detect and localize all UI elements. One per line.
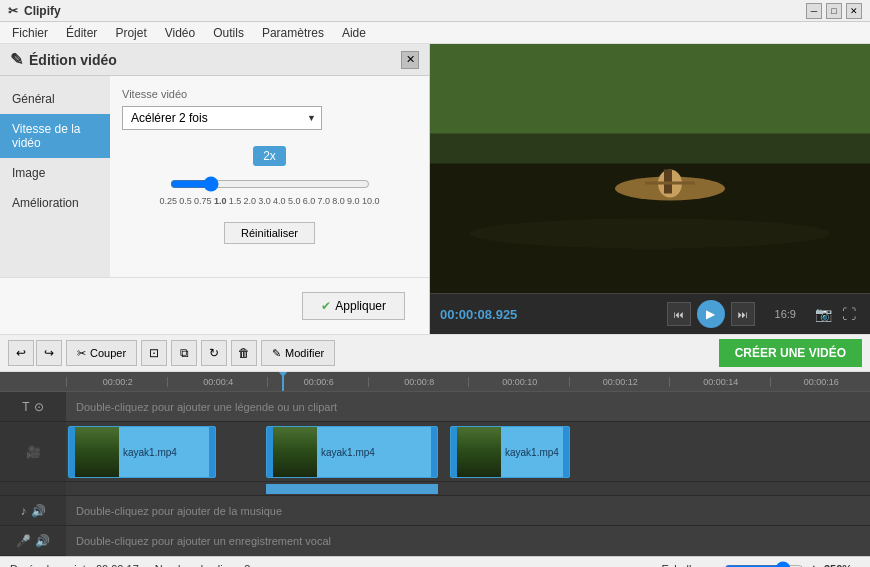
create-video-button[interactable]: CRÉER UNE VIDÉO: [719, 339, 862, 367]
ruler-mark-6: 00:00:14: [669, 377, 770, 387]
cut-label: Couper: [90, 347, 126, 359]
modify-label: Modifier: [285, 347, 324, 359]
mic-volume-icon[interactable]: 🔊: [35, 534, 50, 548]
play-button[interactable]: ▶: [697, 300, 725, 328]
reset-button[interactable]: Réinitialiser: [224, 222, 315, 244]
clip-icon[interactable]: ⊙: [34, 400, 44, 414]
minimize-button[interactable]: ─: [806, 3, 822, 19]
video-preview: [430, 44, 870, 293]
volume-icon[interactable]: 🔊: [31, 504, 46, 518]
speed-select-wrapper: Acélérer 2 fois Acélérer 4 fois Ralentir…: [122, 106, 322, 130]
redo-button[interactable]: ↪: [36, 340, 62, 366]
svg-point-3: [470, 219, 830, 249]
mic-track-row[interactable]: Double-cliquez pour ajouter un enregistr…: [66, 526, 870, 556]
mic-track-label: 🎤 🔊: [0, 526, 66, 556]
menu-outils[interactable]: Outils: [205, 24, 252, 42]
video-panel: 00:00:08.925 ⏮ ▶ ⏭ 16:9 📷 ⛶: [430, 44, 870, 334]
menu-editer[interactable]: Éditer: [58, 24, 105, 42]
text-track-row[interactable]: Double-cliquez pour ajouter une légende …: [66, 392, 870, 422]
timeline-ruler: 00:00:2 00:00:4 00:00:6 00:00:8 00:00:10…: [0, 372, 870, 392]
video-action-buttons: 📷 ⛶: [812, 303, 860, 325]
sidebar-item-vitesse[interactable]: Vitesse de la vidéo: [0, 114, 110, 158]
snapshot-button[interactable]: 📷: [812, 303, 834, 325]
clip-handle-right-1[interactable]: [209, 427, 215, 477]
sidebar-item-amelioration[interactable]: Amélioration: [0, 188, 110, 218]
music-track-row[interactable]: Double-cliquez pour ajouter de la musiqu…: [66, 496, 870, 526]
clip-thumb-2: [267, 427, 317, 477]
sidebar-item-image[interactable]: Image: [0, 158, 110, 188]
video-clip-2[interactable]: kayak1.mp4: [266, 426, 438, 478]
crop-button[interactable]: ⊡: [141, 340, 167, 366]
menu-aide[interactable]: Aide: [334, 24, 374, 42]
clips-label: Nombre de clips :: [155, 563, 241, 568]
next-button[interactable]: ⏭: [731, 302, 755, 326]
clone-button[interactable]: ⧉: [171, 340, 197, 366]
dialog-content: Vitesse vidéo Acélérer 2 fois Acélérer 4…: [110, 76, 429, 277]
close-button[interactable]: ✕: [846, 3, 862, 19]
app-icon: ✂: [8, 4, 18, 18]
menu-video[interactable]: Vidéo: [157, 24, 203, 42]
scale-minus-button[interactable]: −: [710, 561, 718, 568]
music-icon[interactable]: ♪: [21, 504, 27, 518]
scale-slider[interactable]: [724, 561, 804, 568]
fullscreen-button[interactable]: ⛶: [838, 303, 860, 325]
clip-handle-left-3[interactable]: [451, 427, 457, 477]
sub-clip-bar: [266, 484, 438, 494]
video-svg: [430, 44, 870, 293]
playhead: [282, 372, 284, 391]
duration-value: 00:00:17: [96, 563, 139, 568]
sidebar-item-general[interactable]: Général: [0, 84, 110, 114]
video-track-row: kayak1.mp4 kayak1.mp4: [66, 422, 870, 482]
window-controls: ─ □ ✕: [806, 3, 862, 19]
dialog-sidebar: Général Vitesse de la vidéo Image Amélio…: [0, 76, 110, 277]
ruler-mark-1: 00:00:4: [167, 377, 268, 387]
prev-button[interactable]: ⏮: [667, 302, 691, 326]
camera-icon[interactable]: 🎥: [26, 445, 41, 459]
text-track-label: T ⊙: [0, 392, 66, 422]
speed-slider-container: 2x 0.25 0.5 0.75 1.0 1.5 2.0 3.0 4.0 5.0…: [122, 136, 417, 206]
sub-video-row: [66, 482, 870, 496]
clips-item: Nombre de clips : 3: [155, 563, 251, 568]
toolbar: ↩ ↪ ✂ Couper ⊡ ⧉ ↻ 🗑 ✎ Modifier CRÉER UN…: [0, 334, 870, 372]
modify-button[interactable]: ✎ Modifier: [261, 340, 335, 366]
menu-parametres[interactable]: Paramètres: [254, 24, 332, 42]
title-bar-title: ✂ Clipify: [8, 4, 61, 18]
undo-button[interactable]: ↩: [8, 340, 34, 366]
video-clip-1[interactable]: kayak1.mp4: [68, 426, 216, 478]
video-clip-3[interactable]: kayak1.mp4: [450, 426, 570, 478]
clip-handle-left-2[interactable]: [267, 427, 273, 477]
dialog-header: ✎ Édition vidéo ✕: [0, 44, 429, 76]
app-title: Clipify: [24, 4, 61, 18]
delete-button[interactable]: 🗑: [231, 340, 257, 366]
svg-rect-1: [430, 44, 870, 134]
speed-select[interactable]: Acélérer 2 fois Acélérer 4 fois Ralentir…: [122, 106, 322, 130]
apply-button[interactable]: ✔ Appliquer: [302, 292, 405, 320]
cut-button[interactable]: ✂ Couper: [66, 340, 137, 366]
clip-handle-left-1[interactable]: [69, 427, 75, 477]
scale-plus-button[interactable]: +: [810, 561, 818, 568]
mic-track-hint: Double-cliquez pour ajouter un enregistr…: [76, 535, 331, 547]
rotate-button[interactable]: ↻: [201, 340, 227, 366]
title-bar: ✂ Clipify ─ □ ✕: [0, 0, 870, 22]
timeline-area: 00:00:2 00:00:4 00:00:6 00:00:8 00:00:10…: [0, 372, 870, 556]
clip-handle-right-2[interactable]: [431, 427, 437, 477]
dialog-close-button[interactable]: ✕: [401, 51, 419, 69]
cut-icon: ✂: [77, 347, 86, 360]
mic-icon[interactable]: 🎤: [16, 534, 31, 548]
text-T-icon[interactable]: T: [22, 400, 29, 414]
menu-bar: Fichier Éditer Projet Vidéo Outils Param…: [0, 22, 870, 44]
scale-area: Echelle : − + 250%: [661, 561, 860, 568]
track-labels: T ⊙ 🎥 ♪ 🔊 🎤 🔊: [0, 392, 66, 556]
maximize-button[interactable]: □: [826, 3, 842, 19]
duration-label: Durée du projet :: [10, 563, 92, 568]
menu-projet[interactable]: Projet: [107, 24, 154, 42]
menu-fichier[interactable]: Fichier: [4, 24, 56, 42]
text-track-hint: Double-cliquez pour ajouter une légende …: [76, 401, 337, 413]
ruler-mark-4: 00:00:10: [468, 377, 569, 387]
timeline-tracks: T ⊙ 🎥 ♪ 🔊 🎤 🔊 Double-cliquez pour ajoute…: [0, 392, 870, 556]
speed-slider[interactable]: [170, 176, 370, 192]
slider-labels: 0.25 0.5 0.75 1.0 1.5 2.0 3.0 4.0 5.0 6.…: [160, 196, 380, 206]
clip-handle-right-3[interactable]: [563, 427, 569, 477]
scale-label: Echelle :: [661, 563, 703, 568]
ruler-mark-3: 00:00:8: [368, 377, 469, 387]
